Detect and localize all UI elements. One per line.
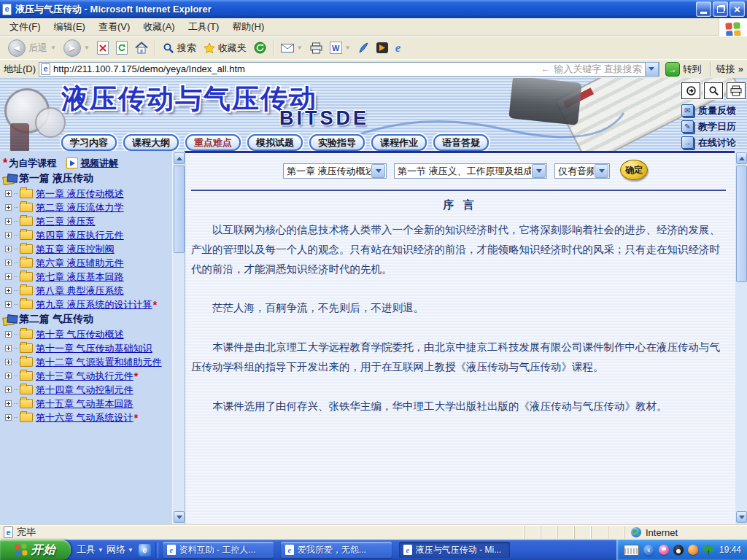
refresh-button[interactable] bbox=[112, 39, 131, 56]
taskbar-window-button[interactable]: e 液压与气压传动 - Mi... bbox=[399, 542, 510, 558]
chapter-link[interactable]: 第十五章 气动基本回路 bbox=[36, 397, 133, 411]
expand-plus-icon[interactable] bbox=[5, 190, 12, 197]
chapter-link[interactable]: 第六章 液压辅助元件 bbox=[36, 257, 124, 270]
go-button[interactable]: → 转到 bbox=[662, 62, 705, 77]
chevron-down-icon[interactable] bbox=[532, 164, 546, 178]
video-play-icon[interactable] bbox=[66, 158, 78, 168]
expand-plus-icon[interactable] bbox=[5, 400, 12, 407]
messenger-button[interactable]: e bbox=[392, 40, 405, 55]
feedback-link[interactable]: ✉ 质量反馈 bbox=[681, 104, 736, 117]
section-select[interactable]: 第一节 液压义、工作原理及组成 bbox=[394, 163, 547, 179]
chapter-link[interactable]: 第五章 液压控制阀 bbox=[36, 243, 115, 256]
banner-nav-button[interactable]: 语音答疑 bbox=[433, 134, 489, 151]
banner-nav-button[interactable]: 课程作业 bbox=[371, 134, 427, 151]
start-button[interactable]: 开始 bbox=[0, 540, 71, 560]
video-explain-link[interactable]: 视频讲解 bbox=[80, 157, 118, 170]
scroll-up-button[interactable] bbox=[174, 152, 185, 164]
expand-plus-icon[interactable] bbox=[5, 273, 12, 280]
chapter-link[interactable]: 第十二章 气源装置和辅助元件 bbox=[36, 356, 162, 369]
umbrella-tray-icon[interactable] bbox=[703, 545, 713, 556]
chapter-link[interactable]: 第十章 气压传动概述 bbox=[36, 328, 124, 341]
expand-plus-icon[interactable] bbox=[5, 386, 12, 393]
expand-plus-icon[interactable] bbox=[5, 345, 12, 351]
favorites-button[interactable]: 收藏夹 bbox=[200, 40, 250, 56]
restore-button[interactable] bbox=[713, 1, 728, 17]
calendar-link[interactable]: ✎ 教学日历 bbox=[681, 120, 736, 133]
scroll-down-button[interactable] bbox=[174, 511, 185, 523]
expand-plus-icon[interactable] bbox=[5, 204, 12, 211]
search-button[interactable]: 搜索 bbox=[159, 40, 200, 56]
edit-word-button[interactable]: W ▼ bbox=[326, 40, 355, 55]
expand-plus-icon[interactable] bbox=[5, 260, 12, 266]
chapter-link[interactable]: 第三章 液压泵 bbox=[36, 215, 96, 228]
media-button[interactable] bbox=[373, 41, 392, 55]
chapter-link[interactable]: 第十三章 气动执行元件 bbox=[36, 370, 133, 383]
back-dropdown-icon[interactable]: ▼ bbox=[50, 44, 56, 51]
banner-nav-button[interactable]: 实验指导 bbox=[309, 134, 365, 151]
chapter-select[interactable]: 第一章 液压传动概述 bbox=[283, 163, 387, 179]
banner-nav-button[interactable]: 重点难点 bbox=[185, 134, 241, 151]
return-home-button[interactable] bbox=[681, 82, 700, 99]
menu-item[interactable]: 编辑(E) bbox=[47, 18, 92, 36]
chapter-link[interactable]: 第九章 液压系统的设计计算 bbox=[36, 298, 152, 311]
qq-pink-tray-icon[interactable] bbox=[659, 545, 669, 555]
scroll-down-button[interactable] bbox=[736, 511, 747, 523]
menu-item[interactable]: 查看(V) bbox=[92, 18, 136, 36]
hide-icons-button[interactable]: ‹ bbox=[643, 545, 654, 556]
chapter-link[interactable]: 第十六章 气动系统设计 bbox=[36, 411, 133, 424]
minimize-button[interactable] bbox=[696, 1, 711, 17]
expand-plus-icon[interactable] bbox=[5, 301, 12, 308]
expand-plus-icon[interactable] bbox=[5, 373, 12, 379]
expand-plus-icon[interactable] bbox=[5, 246, 12, 252]
menu-item[interactable]: 收藏(A) bbox=[136, 18, 181, 36]
taskbar-window-button[interactable]: e 资料互助 - 工控人... bbox=[163, 542, 274, 558]
expand-plus-icon[interactable] bbox=[5, 359, 12, 365]
expand-plus-icon[interactable] bbox=[5, 414, 12, 421]
menu-item[interactable]: 帮助(H) bbox=[225, 18, 271, 36]
taskbar-window-button[interactable]: e 爱我所爱，无怨... bbox=[281, 542, 392, 558]
home-button[interactable] bbox=[131, 40, 152, 55]
chapter-link[interactable]: 第七章 液压基本回路 bbox=[36, 271, 124, 284]
quick-launch-icon[interactable]: e bbox=[139, 544, 151, 556]
scrollbar-thumb[interactable] bbox=[736, 166, 747, 282]
menu-item[interactable]: 文件(F) bbox=[3, 18, 47, 36]
close-button[interactable]: × bbox=[729, 1, 745, 17]
chapter-link[interactable]: 第四章 液压执行元件 bbox=[36, 229, 124, 242]
expand-plus-icon[interactable] bbox=[5, 331, 12, 338]
discuss-button[interactable] bbox=[355, 41, 373, 55]
expand-plus-icon[interactable] bbox=[5, 218, 12, 225]
mail-button[interactable]: ▼ bbox=[277, 42, 306, 54]
quick-launch-menu[interactable]: 网络▼ bbox=[107, 543, 133, 556]
stop-button[interactable] bbox=[93, 39, 112, 56]
address-input[interactable]: e http://211.100.7.175/demo/yeya/Index_a… bbox=[39, 62, 659, 77]
qq-penguin-tray-icon[interactable] bbox=[673, 545, 684, 555]
banner-nav-button[interactable]: 模拟试题 bbox=[247, 134, 303, 151]
main-scrollbar[interactable] bbox=[735, 151, 747, 524]
site-print-button[interactable] bbox=[727, 82, 746, 99]
back-button[interactable]: ◄ 后退 ▼ bbox=[4, 38, 60, 58]
scrollbar-thumb[interactable] bbox=[174, 166, 185, 253]
expand-plus-icon[interactable] bbox=[5, 287, 12, 294]
chevron-down-icon[interactable] bbox=[371, 164, 385, 178]
address-dropdown-button[interactable] bbox=[645, 62, 659, 77]
quick-launch-menu[interactable]: 工具▼ bbox=[77, 543, 104, 556]
expand-plus-icon[interactable] bbox=[5, 232, 12, 238]
history-button[interactable] bbox=[250, 40, 270, 55]
confirm-button[interactable]: 确定 bbox=[620, 160, 648, 180]
banner-nav-button[interactable]: 课程大纲 bbox=[123, 134, 179, 151]
menu-item[interactable]: 工具(T) bbox=[182, 18, 226, 36]
sidebar-scrollbar[interactable] bbox=[172, 151, 185, 524]
qq-orange-tray-icon[interactable] bbox=[688, 545, 698, 555]
forward-button[interactable]: ► ▼ bbox=[60, 38, 93, 58]
media-select[interactable]: 仅有音频 bbox=[554, 163, 610, 179]
edit-dropdown-icon[interactable]: ▼ bbox=[345, 44, 351, 51]
mail-dropdown-icon[interactable]: ▼ bbox=[297, 44, 303, 51]
chevron-down-icon[interactable] bbox=[595, 164, 608, 178]
chapter-link[interactable]: 第十一章 气压传动基础知识 bbox=[36, 342, 152, 355]
site-search-button[interactable] bbox=[704, 82, 723, 99]
chapter-link[interactable]: 第一章 液压传动概述 bbox=[36, 187, 124, 201]
keyboard-tray-icon[interactable] bbox=[624, 545, 639, 556]
discussion-link[interactable]: → 在线讨论 bbox=[681, 136, 736, 149]
chapter-link[interactable]: 第二章 液压流体力学 bbox=[36, 201, 124, 214]
chapter-link[interactable]: 第八章 典型液压系统 bbox=[36, 284, 124, 298]
